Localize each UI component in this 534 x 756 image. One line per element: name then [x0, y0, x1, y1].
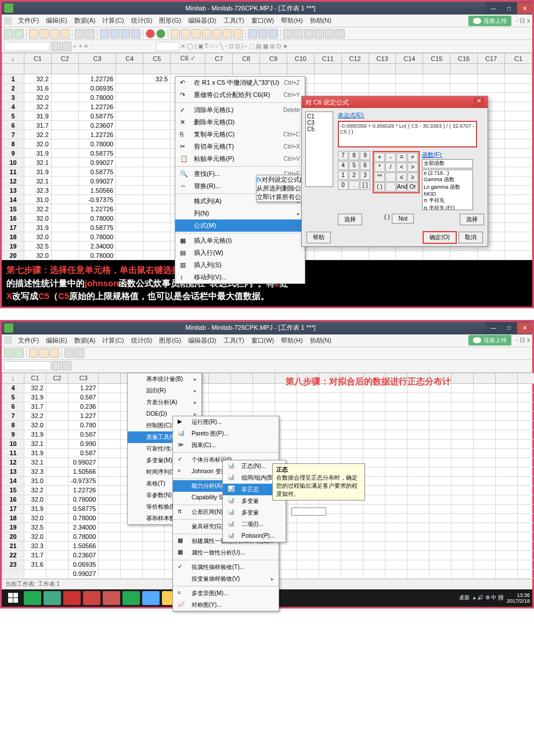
tool-icon[interactable] — [131, 29, 140, 38]
col-header[interactable]: C4 — [116, 53, 143, 64]
cell[interactable]: 31.9 — [24, 393, 46, 402]
tool-icon[interactable] — [121, 29, 130, 38]
cell[interactable]: 2.34000 — [68, 523, 99, 532]
cell[interactable]: 31.0 — [24, 476, 46, 485]
menu-item[interactable]: 编辑(E) — [42, 336, 71, 345]
cell[interactable]: 32.2 — [24, 411, 46, 420]
col-header[interactable]: C5 — [143, 53, 171, 64]
op-button[interactable] — [385, 182, 396, 192]
cell[interactable] — [143, 149, 171, 158]
titlebar[interactable]: Minitab - Minitab-726CPK.MPJ - [工作表 1 **… — [2, 2, 532, 15]
row-header[interactable]: 4 — [2, 102, 24, 111]
cell[interactable] — [143, 158, 171, 167]
menu-item[interactable]: 工具(T) — [220, 336, 248, 345]
cell[interactable]: 31.7 — [24, 402, 46, 411]
menu-item[interactable]: 窗口(W) — [248, 16, 278, 25]
tool-icon[interactable] — [15, 29, 24, 38]
menu-item[interactable]: ▦插入单元格(I) — [175, 235, 305, 247]
row-header[interactable]: 2 — [2, 84, 24, 93]
cell[interactable]: 0.58775 — [68, 504, 99, 513]
tool-icon[interactable] — [4, 29, 13, 38]
tool-icon[interactable] — [304, 29, 313, 38]
taskbar-app-icon[interactable] — [83, 591, 100, 605]
menu-item[interactable]: 统计(S) — [128, 336, 156, 345]
tool-icon[interactable] — [192, 29, 201, 38]
row-header[interactable]: 7 — [2, 130, 24, 139]
column-list[interactable]: C1C3C5 — [305, 111, 333, 187]
cell[interactable]: 0.23607 — [68, 550, 99, 560]
cell[interactable] — [143, 223, 171, 232]
cell[interactable]: 31.7 — [24, 550, 46, 560]
op-button[interactable]: ** — [374, 172, 385, 182]
menu-item[interactable]: 公式(M)▸ — [175, 219, 305, 232]
key-button[interactable]: 4 — [338, 161, 348, 170]
cell[interactable]: 31.0 — [24, 195, 52, 204]
taskbar-app-icon[interactable] — [63, 591, 81, 605]
cell[interactable]: 0.99027 — [68, 458, 99, 467]
row-header[interactable]: 22 — [2, 550, 24, 560]
select-button[interactable]: 选择 — [338, 214, 362, 225]
tool-icon[interactable] — [181, 29, 190, 38]
menu-item[interactable]: 窗口(W) — [248, 336, 278, 345]
menu-item[interactable]: ↷重做将公式分配给列 C6(R)Ctrl+Y — [175, 89, 305, 101]
col-header[interactable]: C11 — [314, 53, 341, 64]
operators[interactable]: +-=≠*/<>**≤≥( )AndOr — [374, 153, 418, 192]
op-button[interactable]: ≥ — [407, 172, 418, 182]
tool-icon[interactable] — [52, 42, 61, 51]
cell[interactable]: 32.2 — [24, 102, 52, 111]
cancel-button[interactable]: 取消 — [459, 232, 483, 243]
menu-item[interactable]: 文件(F) — [15, 16, 42, 25]
cell[interactable]: 32.3 — [24, 186, 52, 195]
cell[interactable] — [143, 232, 171, 242]
cloud-button[interactable]: 连接上传 — [468, 335, 511, 345]
close-button[interactable]: ✕ — [517, 322, 532, 334]
menu-item[interactable]: 工具(T) — [220, 16, 248, 25]
tool-icon[interactable] — [60, 29, 70, 38]
col-header[interactable]: C8 — [233, 53, 260, 64]
menu-item[interactable]: 📋粘贴单元格(P)Ctrl+V — [175, 153, 305, 165]
cell[interactable]: 1.22726 — [78, 74, 116, 84]
op-button[interactable]: + — [374, 153, 385, 162]
menu-item[interactable]: ✓按属性抽样验收(T)... — [173, 561, 279, 573]
row-header[interactable]: 13 — [2, 186, 24, 195]
cell[interactable]: 0.780 — [68, 420, 99, 430]
row-header[interactable]: 15 — [2, 485, 24, 495]
menu-item[interactable]: 计算(C) — [99, 16, 127, 25]
tool-icon[interactable] — [171, 29, 180, 38]
row-header[interactable]: 19 — [2, 523, 24, 532]
titlebar[interactable]: Minitab - Minitab-726CPK.MPJ - [工作表 1 **… — [2, 322, 532, 334]
cell[interactable]: 1.50566 — [68, 467, 99, 476]
tool-icon[interactable] — [29, 29, 38, 38]
maximize-button[interactable]: □ — [501, 322, 517, 334]
dialog-close-button[interactable]: ✕ — [474, 98, 484, 107]
tool-icon[interactable] — [325, 29, 334, 38]
key-button[interactable]: 2 — [349, 171, 359, 180]
cell[interactable]: 0.78000 — [78, 93, 116, 102]
cell[interactable]: 0.587 — [68, 430, 99, 439]
menu-item[interactable]: ✂剪切单元格(T)Ctrl+X — [175, 141, 305, 153]
menu-item[interactable]: ▥插入列(S) — [175, 259, 305, 271]
menu-item[interactable]: ≫因果(C)... — [173, 440, 279, 451]
cell[interactable] — [143, 214, 171, 223]
dialog-titlebar[interactable]: 对 C6 设定公式 ✕ — [302, 96, 488, 108]
row-header[interactable]: 9 — [2, 149, 24, 158]
cloud-button[interactable]: 连接上传 — [468, 16, 511, 26]
menu-item[interactable]: 📊Pareto 图(P)... — [173, 428, 279, 440]
key-button[interactable]: 5 — [349, 161, 359, 170]
op-button[interactable]: = — [396, 153, 407, 162]
col-header[interactable]: C3 — [68, 373, 99, 383]
menu-item[interactable]: 数据(A) — [71, 336, 99, 345]
col-header[interactable]: C9 — [260, 53, 287, 64]
op-button[interactable]: ( ) — [374, 182, 385, 192]
cell[interactable]: 0.990 — [68, 439, 99, 448]
minimize-button[interactable]: — — [486, 322, 501, 334]
worksheet[interactable]: 第八步骤：对拟合后的数据进行正态分布计 ↓C1C2C3C6 ✓C7432.21.… — [2, 373, 532, 579]
row-header[interactable]: 3 — [2, 93, 24, 102]
tool-icon[interactable] — [212, 29, 222, 38]
tool-icon[interactable] — [269, 29, 278, 38]
cell[interactable]: 0.587 — [68, 448, 99, 458]
tool-icon[interactable] — [52, 361, 61, 370]
cell[interactable]: 1.22726 — [78, 130, 116, 139]
tool-icon[interactable] — [29, 348, 38, 358]
tool-icon[interactable] — [315, 29, 324, 38]
